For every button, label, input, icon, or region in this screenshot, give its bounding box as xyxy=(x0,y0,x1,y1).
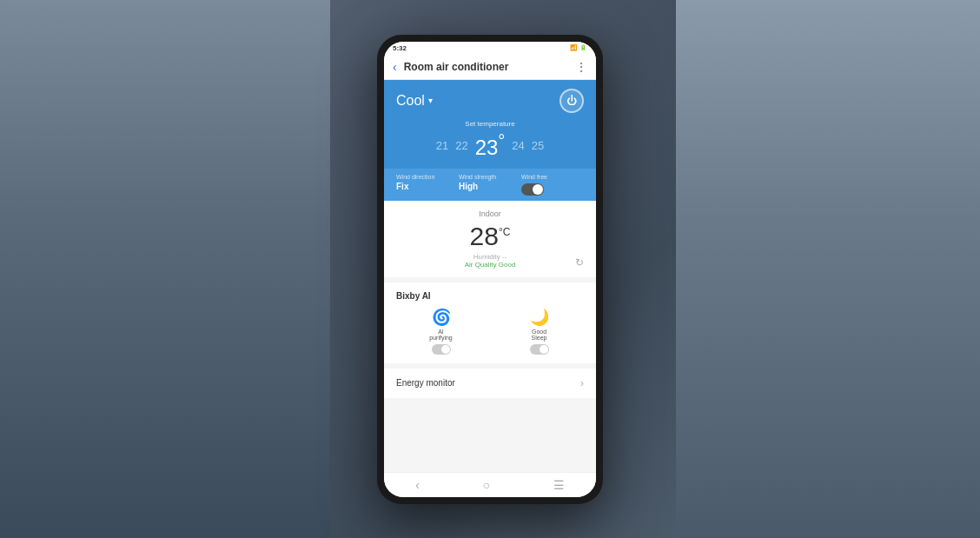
phone-screen: 5:32 📶 🔋 ‹ Room air conditioner ⋮ Cool ▾ xyxy=(384,42,596,497)
temp-label: Set temperature xyxy=(396,120,584,128)
phone-device: 5:32 📶 🔋 ‹ Room air conditioner ⋮ Cool ▾ xyxy=(377,35,603,504)
indoor-section: Indoor 28°C Humidity -- Air Quality Good… xyxy=(384,201,596,282)
mode-text: Cool xyxy=(396,93,425,109)
bixby-section: Bixby AI 🌀 AIpurifying 🌙 GoodSleep xyxy=(384,282,596,369)
status-time: 5:32 xyxy=(393,44,407,52)
temp-22[interactable]: 22 xyxy=(455,139,467,152)
temp-21[interactable]: 21 xyxy=(436,139,448,152)
blue-control-section: Cool ▾ ⏻ Set temperature 21 22 23° 24 25 xyxy=(384,80,596,169)
energy-monitor-arrow: › xyxy=(580,377,584,389)
bottom-nav: ‹ ○ ☰ xyxy=(384,472,596,497)
mode-selector[interactable]: Cool ▾ xyxy=(396,93,433,109)
energy-monitor-row[interactable]: Energy monitor › xyxy=(384,369,596,398)
indoor-label: Indoor xyxy=(396,209,584,218)
wind-strength-value[interactable]: High xyxy=(459,182,521,191)
wind-free-label: Wind free xyxy=(521,174,584,180)
wind-free-control: Wind free xyxy=(521,174,584,196)
purifying-icon: 🌀 xyxy=(432,308,451,327)
temp-current: 23° xyxy=(475,131,506,160)
wind-strength-control: Wind strength High xyxy=(459,174,521,196)
bg-window-left xyxy=(0,0,330,538)
bixby-items: 🌀 AIpurifying 🌙 GoodSleep xyxy=(396,308,584,355)
temp-25[interactable]: 25 xyxy=(532,139,544,152)
indoor-humidity: Humidity -- xyxy=(396,253,584,261)
purifying-toggle[interactable] xyxy=(432,344,451,355)
power-icon: ⏻ xyxy=(566,95,577,107)
bg-window-right xyxy=(676,0,980,538)
page-title: Room air conditioner xyxy=(404,61,575,73)
wind-direction-control: Wind direction Fix xyxy=(396,174,459,196)
nav-back-button[interactable]: ‹ xyxy=(415,478,420,492)
wind-strength-label: Wind strength xyxy=(459,174,521,180)
app-header: ‹ Room air conditioner ⋮ xyxy=(384,55,596,80)
more-options-button[interactable]: ⋮ xyxy=(575,60,587,74)
wind-free-toggle[interactable] xyxy=(521,183,544,196)
wind-direction-value[interactable]: Fix xyxy=(396,182,459,191)
temperature-row: 21 22 23° 24 25 xyxy=(396,131,584,160)
bixby-item-sleep: 🌙 GoodSleep xyxy=(494,308,584,355)
bixby-item-purifying: 🌀 AIpurifying xyxy=(396,308,486,355)
status-bar: 5:32 📶 🔋 xyxy=(384,42,596,55)
indoor-temperature: 28°C xyxy=(396,222,584,251)
controls-row: Wind direction Fix Wind strength High Wi… xyxy=(384,169,596,201)
wind-direction-label: Wind direction xyxy=(396,174,459,180)
mode-row: Cool ▾ ⏻ xyxy=(396,89,584,113)
status-icons: 📶 🔋 xyxy=(570,44,587,51)
indoor-air-quality: Air Quality Good xyxy=(396,261,584,269)
purifying-label: AIpurifying xyxy=(429,329,452,341)
energy-monitor-label: Energy monitor xyxy=(396,378,455,388)
sleep-toggle[interactable] xyxy=(530,344,549,355)
back-button[interactable]: ‹ xyxy=(393,60,397,74)
nav-home-button[interactable]: ○ xyxy=(483,478,490,492)
bixby-title: Bixby AI xyxy=(396,291,584,301)
sleep-label: GoodSleep xyxy=(532,329,547,341)
dropdown-icon: ▾ xyxy=(428,96,433,105)
power-button[interactable]: ⏻ xyxy=(560,89,584,113)
air-quality-value: Good xyxy=(499,261,516,269)
temp-24[interactable]: 24 xyxy=(512,139,524,152)
refresh-button[interactable]: ↻ xyxy=(575,256,584,269)
nav-recent-button[interactable]: ☰ xyxy=(553,478,565,492)
sleep-icon: 🌙 xyxy=(530,308,549,327)
phone-container: 5:32 📶 🔋 ‹ Room air conditioner ⋮ Cool ▾ xyxy=(377,35,603,504)
